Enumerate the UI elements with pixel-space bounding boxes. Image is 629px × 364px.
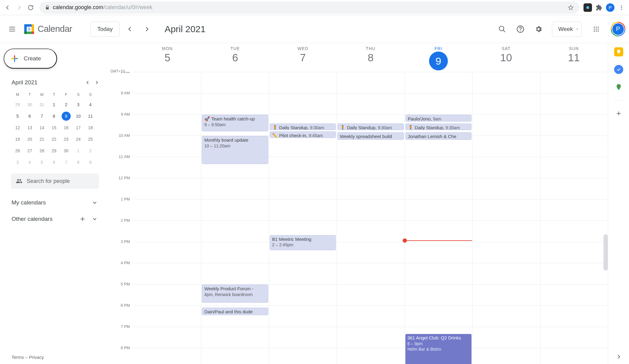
calendar-event[interactable]: Weekly Product Forum -4pm, Renwick board… [202,285,268,303]
hour-cell[interactable] [337,221,404,242]
mini-cal-day[interactable]: 14 [36,122,48,133]
hour-cell[interactable] [269,72,336,93]
hour-cell[interactable] [201,72,269,93]
hour-cell[interactable] [472,115,540,136]
mini-cal-day[interactable]: 29 [12,99,24,110]
hour-cell[interactable] [337,348,404,364]
day-column[interactable] [134,72,201,364]
hour-cell[interactable] [540,136,608,157]
hour-cell[interactable] [269,136,336,157]
mini-cal-day[interactable]: 15 [48,122,60,133]
mini-cal-day[interactable]: 24 [72,133,84,145]
get-addons-button[interactable] [614,109,623,118]
calendar-event[interactable]: 🧍 Daily Standup, 9:30am [337,123,404,130]
mini-cal-day[interactable]: 2 [60,99,72,110]
hour-cell[interactable] [540,242,608,263]
hour-cell[interactable] [337,242,404,263]
hour-cell[interactable] [405,242,472,263]
mini-cal-day[interactable]: 11 [84,110,96,122]
hour-cell[interactable] [472,200,540,221]
hour-cell[interactable] [201,178,269,200]
hour-cell[interactable] [134,306,201,327]
mini-cal-day[interactable]: 16 [60,122,72,133]
hour-cell[interactable] [337,93,404,115]
hour-cell[interactable] [405,285,472,306]
hour-cell[interactable] [472,348,540,364]
day-header[interactable]: SUN11 [540,43,608,72]
mini-cal-next[interactable] [92,78,101,87]
mini-cal-day[interactable]: 9 [84,157,96,168]
calendar-event[interactable]: Paulo/Jono, 9am [405,115,472,122]
hour-cell[interactable] [134,178,201,200]
day-column[interactable]: 🧍 Daily Standup, 9:30am✏️ Pilot check-in… [269,72,336,364]
calendar-event[interactable]: 🧍 Daily Standup, 9:30am [270,123,336,130]
hour-cell[interactable] [472,263,540,285]
hour-cell[interactable] [540,72,608,93]
calendar-event[interactable]: Jonathan Lemish & Che [405,132,472,140]
hour-cell[interactable] [269,263,336,285]
calendar-event[interactable]: B1 Meetric Meeting2 – 2:45pm [270,235,336,250]
hour-cell[interactable] [337,157,404,178]
mini-cal-day[interactable]: 6 [48,157,60,168]
hour-cell[interactable] [337,306,404,327]
url-bar[interactable]: calendar.google.com/calendar/u/0/r/week [39,2,579,14]
calendar-event[interactable]: Weekly spreadsheet build [337,132,404,140]
mini-cal-day[interactable]: 6 [24,110,36,122]
mini-cal-day[interactable]: 13 [24,122,36,133]
mini-cal-day[interactable]: 20 [24,133,36,145]
hour-cell[interactable] [134,285,201,306]
hour-cell[interactable] [269,348,336,364]
hour-cell[interactable] [269,327,336,348]
mini-cal-day[interactable]: 8 [48,110,60,122]
mini-cal-day[interactable]: 30 [60,145,72,157]
browser-forward-button[interactable] [15,3,24,12]
hour-cell[interactable] [472,285,540,306]
hour-cell[interactable] [540,285,608,306]
hour-cell[interactable] [337,285,404,306]
other-calendars-section[interactable]: Other calendars [12,214,99,224]
hour-cell[interactable] [472,72,540,93]
extension-icon[interactable] [583,3,592,12]
hour-cell[interactable] [472,178,540,200]
hour-cell[interactable] [472,242,540,263]
my-calendars-section[interactable]: My calendars [12,198,99,207]
calendar-event[interactable]: Dain/Paul and this dude [202,308,268,315]
hour-cell[interactable] [201,348,269,364]
hour-cell[interactable] [134,72,201,93]
hour-cell[interactable] [540,327,608,348]
mini-cal-day[interactable]: 28 [36,145,48,157]
hour-cell[interactable] [540,93,608,115]
view-switcher[interactable]: Week [552,22,582,37]
extensions-button[interactable] [594,3,604,12]
account-button[interactable]: P [611,22,625,36]
mini-cal-day[interactable]: 3 [72,99,84,110]
hour-cell[interactable] [540,348,608,364]
mini-cal-prev[interactable] [83,78,92,87]
hour-cell[interactable] [540,306,608,327]
mini-cal-day[interactable]: 5 [12,110,24,122]
hour-cell[interactable] [337,200,404,221]
settings-button[interactable] [531,22,546,36]
mini-cal-day[interactable]: 4 [24,157,36,168]
search-people[interactable]: Search for people [11,174,99,189]
calendar-event[interactable]: ✏️ Pilot check-in, 9:45am [270,131,336,138]
mini-cal-day[interactable]: 29 [48,145,60,157]
mini-cal-day[interactable]: 22 [48,133,60,145]
hour-cell[interactable] [134,157,201,178]
day-column[interactable]: 🚀 Team health catch-up9 – 9:50amMonthly … [201,72,269,364]
day-header[interactable]: WED7 [269,43,337,72]
day-header[interactable]: THU8 [337,43,404,72]
hour-cell[interactable] [134,136,201,157]
prev-week-button[interactable] [123,22,137,36]
grid-scroll[interactable]: 7 AM8 AM9 AM10 AM11 AM12 PM1 PM2 PM3 PM4… [106,72,608,364]
mini-cal-day[interactable]: 23 [60,133,72,145]
hour-cell[interactable] [472,136,540,157]
create-button[interactable]: Create [4,49,57,69]
terms-link[interactable]: Terms [12,355,24,360]
hour-cell[interactable] [405,157,472,178]
search-button[interactable] [495,22,509,36]
mini-cal-day[interactable]: 1 [72,145,84,157]
mini-cal-day[interactable]: 30 [24,99,36,110]
days-grid[interactable]: 🚀 Team health catch-up9 – 9:50amMonthly … [134,72,608,364]
hour-cell[interactable] [405,263,472,285]
